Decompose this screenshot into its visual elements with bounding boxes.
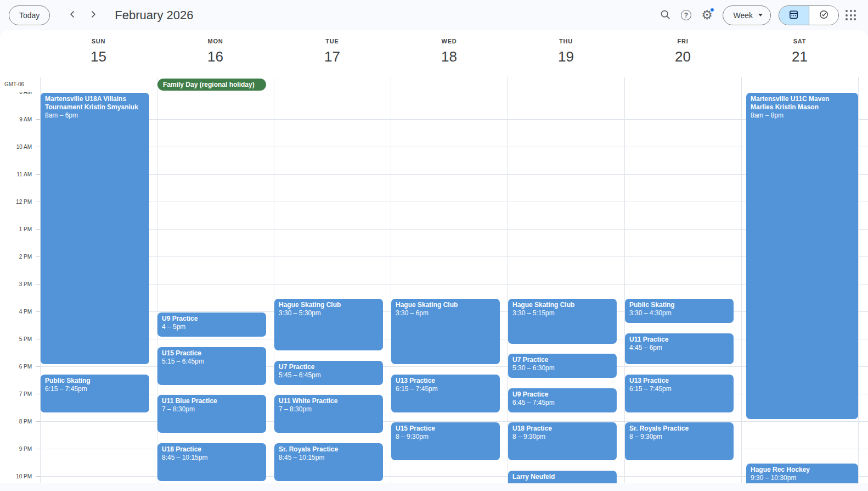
event-time: 8am – 6pm	[45, 111, 145, 120]
day-column-separator	[741, 92, 742, 483]
date-number[interactable]: 18	[391, 48, 508, 65]
event-title: Hague Skating Club	[396, 301, 458, 309]
event-time: 4:45 – 6pm	[629, 344, 729, 352]
event-chip[interactable]: Hague Rec Hockey9:30 – 10:30pm	[746, 464, 858, 483]
event-title: U13 Practice	[629, 377, 669, 384]
hour-label: 1 PM	[0, 226, 32, 232]
previous-week-button[interactable]	[62, 5, 83, 26]
date-number[interactable]: 15	[40, 48, 157, 65]
hour-label: 7 PM	[0, 391, 32, 397]
hour-tick	[36, 147, 40, 147]
event-chip[interactable]: U18 Practice8:45 – 10:15pm	[157, 443, 266, 481]
event-time: 5:45 – 6:45pm	[279, 371, 379, 380]
day-header-thu[interactable]: THU19	[508, 30, 624, 77]
help-button[interactable]: ?	[675, 5, 696, 26]
event-title: U15 Practice	[396, 425, 435, 432]
event-title: U13 Practice	[396, 377, 435, 384]
search-icon	[660, 9, 671, 22]
event-title: Hague Rec Hockey	[751, 466, 810, 473]
event-chip[interactable]: Public Skating6:15 – 7:45pm	[41, 375, 149, 412]
day-header-fri[interactable]: FRI20	[624, 30, 741, 77]
date-number[interactable]: 21	[741, 48, 858, 65]
event-title: Larry Neufeld	[512, 473, 555, 481]
event-chip[interactable]: Hague Skating Club3:30 – 5:15pm	[508, 299, 617, 344]
view-selector-dropdown[interactable]: Week	[723, 5, 771, 25]
event-time: 3:30 – 4:30pm	[629, 309, 729, 317]
hour-tick	[36, 202, 40, 202]
hour-tick	[36, 119, 40, 120]
event-chip[interactable]: U9 Practice4 – 5pm	[157, 313, 266, 337]
day-header-tue[interactable]: TUE17	[274, 30, 391, 77]
all-day-event-chip[interactable]: Family Day (regional holiday)	[157, 79, 266, 91]
hour-tick	[36, 284, 40, 284]
weekday-label: SAT	[741, 38, 858, 44]
date-number[interactable]: 16	[157, 48, 274, 65]
hour-grid-line	[40, 229, 868, 230]
tasks-check-icon	[819, 9, 829, 21]
event-chip[interactable]: U18 Practice8 – 9:30pm	[508, 422, 617, 460]
settings-button[interactable]: ⚙	[696, 5, 717, 26]
google-apps-icon[interactable]	[846, 10, 856, 20]
weekday-label: FRI	[624, 38, 741, 44]
event-chip[interactable]: Sr. Royals Practice8 – 9:30pm	[625, 422, 734, 460]
event-chip[interactable]: Public Skating3:30 – 4:30pm	[625, 299, 734, 323]
event-title: U11 Blue Practice	[162, 397, 217, 405]
event-chip[interactable]: Martensville U11C Maven Marlies Kristin …	[746, 93, 858, 419]
calendar-grid[interactable]: 8 AM9 AM10 AM11 AM12 PM1 PM2 PM3 PM4 PM5…	[0, 92, 868, 483]
event-title: U11 White Practice	[279, 397, 337, 405]
calendar-view-toggle[interactable]	[779, 6, 809, 25]
hour-grid-line	[40, 284, 868, 284]
day-header-wed[interactable]: WED18	[391, 30, 508, 77]
event-time: 3:30 – 5:30pm	[279, 309, 379, 317]
event-chip[interactable]: Martensville U18A Villains Tournament Kr…	[41, 93, 149, 364]
search-button[interactable]	[655, 5, 675, 26]
today-button[interactable]: Today	[9, 5, 50, 25]
all-day-row: Family Day (regional holiday)	[0, 77, 868, 92]
event-title: U7 Practice	[279, 363, 314, 371]
hour-grid-line	[40, 119, 868, 120]
all-day-column-separator	[391, 77, 391, 92]
hour-tick	[36, 421, 40, 422]
hour-tick	[36, 311, 40, 312]
event-chip[interactable]: U11 Practice4:45 – 6pm	[625, 333, 734, 365]
date-number[interactable]: 19	[508, 48, 624, 65]
chevron-left-icon	[67, 9, 78, 21]
notification-dot	[710, 8, 714, 12]
event-chip[interactable]: U11 White Practice7 – 8:30pm	[274, 395, 383, 433]
day-header-sun[interactable]: SUN15	[40, 30, 157, 77]
event-chip[interactable]: U15 Practice5:15 – 6:45pm	[157, 347, 266, 385]
event-chip[interactable]: U9 Practice6:45 – 7:45pm	[508, 388, 617, 412]
event-chip[interactable]: U7 Practice5:30 – 6:30pm	[508, 354, 617, 378]
all-day-column-separator	[624, 77, 625, 92]
event-chip[interactable]: Hague Skating Club3:30 – 5:30pm	[274, 299, 383, 350]
tasks-view-toggle[interactable]	[809, 6, 839, 25]
next-week-button[interactable]	[83, 5, 104, 26]
date-number[interactable]: 20	[624, 48, 741, 65]
date-number[interactable]: 17	[274, 48, 391, 65]
event-chip[interactable]: Sr. Royals Practice8:45 – 10:15pm	[274, 443, 383, 481]
event-chip[interactable]: Hague Skating Club3:30 – 6pm	[391, 299, 500, 364]
weekday-label: MON	[157, 38, 274, 44]
event-title: Public Skating	[629, 301, 675, 309]
timezone-label: GMT-06	[4, 81, 24, 87]
event-time: 3:30 – 5:15pm	[512, 309, 612, 317]
hour-tick	[36, 229, 40, 230]
event-chip[interactable]: U13 Practice6:15 – 7:45pm	[625, 375, 734, 412]
event-chip[interactable]: U7 Practice5:45 – 6:45pm	[274, 361, 383, 385]
event-time: 6:15 – 7:45pm	[396, 385, 495, 393]
event-chip[interactable]: U15 Practice8 – 9:30pm	[391, 422, 500, 460]
event-time: 5:30 – 6:30pm	[512, 364, 612, 372]
hour-grid-line	[40, 147, 868, 147]
event-chip[interactable]: U11 Blue Practice7 – 8:30pm	[157, 395, 266, 433]
day-header-sat[interactable]: SAT21	[741, 30, 858, 77]
event-title: U11 Practice	[629, 336, 668, 343]
day-header-mon[interactable]: MON16	[157, 30, 274, 77]
all-day-column-separator	[40, 77, 41, 92]
event-time: 7 – 8:30pm	[279, 405, 379, 414]
hour-tick	[36, 339, 40, 339]
hour-grid-line	[40, 174, 868, 175]
event-chip[interactable]: U13 Practice6:15 – 7:45pm	[391, 375, 500, 412]
event-title: Hague Skating Club	[279, 301, 341, 309]
event-chip[interactable]: Larry Neufeld	[508, 471, 617, 484]
event-time: 8 – 9:30pm	[629, 433, 729, 441]
